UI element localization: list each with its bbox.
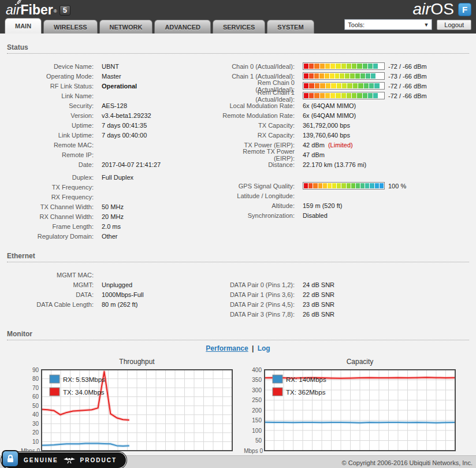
field-label: Local Modulation Rate: [221, 102, 295, 109]
bar-segment [352, 64, 356, 69]
product-text: PRODUCT [80, 457, 117, 463]
info-row: TX Frequency: [7, 182, 221, 192]
field-label: Synchronization: [221, 212, 295, 219]
main-content: Status Device Name:UBNTOperating Mode:Ma… [0, 34, 476, 468]
svg-text:250: 250 [252, 397, 262, 403]
bar-segment [323, 183, 327, 188]
bar-segment [325, 93, 330, 98]
bar-segment [363, 64, 367, 69]
field-value: 20 MHz [102, 213, 124, 220]
bar-segment [309, 83, 314, 88]
field-label: RF Link Status: [7, 83, 94, 90]
info-row: DATA Cable Length:80 m (262 ft) [7, 299, 221, 309]
bar-segment [368, 93, 373, 98]
bar-value-text: -72 / -66 dBm [388, 83, 427, 90]
field-label: Uptime: [7, 122, 94, 129]
tools-dropdown[interactable]: Tools: ▼ [344, 19, 432, 30]
field-label: DATA Cable Length: [7, 301, 94, 308]
bar-segment [360, 183, 365, 188]
tab-wireless[interactable]: WIRELESS [43, 20, 97, 34]
bar-segment [341, 64, 346, 69]
field-value: UBNT [102, 63, 119, 70]
bar-segment [345, 73, 349, 79]
info-row: TX Channel Width:50 MHz [7, 202, 221, 211]
info-row: DATA Pair 2 (Pins 4,5):23 dB SNR [221, 299, 469, 309]
svg-text:400: 400 [252, 367, 262, 373]
tab-services[interactable]: SERVICES [213, 20, 265, 34]
bar-value-text: 100 % [388, 183, 406, 190]
field-value: 100 % [303, 182, 406, 190]
signal-strength-bar [303, 62, 385, 70]
info-row: TX Capacity:361,792,000 bps [221, 120, 469, 130]
bar-segment [304, 64, 308, 69]
bar-segment [368, 64, 373, 69]
field-label: Remote TX Power (EIRP): [221, 148, 295, 162]
ubiquiti-antenna-icon [63, 457, 76, 464]
field-value: -72 / -66 dBm [303, 92, 427, 99]
svg-text:10: 10 [32, 439, 39, 445]
info-row: Link Name: [7, 91, 221, 101]
field-value: Full Duplex [102, 174, 133, 181]
bar-segment [314, 73, 319, 79]
field-value: Unplugged [102, 281, 132, 288]
signal-strength-bar [303, 82, 385, 90]
bar-segment [304, 73, 308, 79]
row-gap [221, 169, 469, 181]
bar-segment [350, 73, 355, 79]
capacity-chart-block: Capacity50100150200250300350400Mbps 0RX:… [244, 355, 459, 455]
field-value: 50 MHz [102, 203, 124, 210]
bar-segment [366, 73, 370, 79]
throughput-chart: 102030405060708090Mbps 0RX: 5.53MbpsTX: … [21, 367, 236, 455]
svg-text:Mbps 0: Mbps 0 [244, 448, 263, 454]
bar-segment [313, 183, 317, 188]
field-value: Operational [102, 83, 137, 90]
info-row: Date:2017-04-07 21:41:27 [7, 159, 221, 169]
field-label: Regulatory Domain: [7, 233, 94, 240]
field-value: 47 dBm [303, 151, 325, 158]
info-row: Duplex:Full Duplex [7, 172, 221, 182]
chart-title: Throughput [42, 355, 232, 367]
svg-text:200: 200 [252, 407, 262, 414]
field-value: Disabled [303, 212, 328, 219]
svg-text:RX: 140Mbps: RX: 140Mbps [286, 376, 326, 383]
info-row: DATA Pair 1 (Pins 3,6):22 dB SNR [221, 289, 469, 299]
field-label: Remote MAC: [7, 142, 94, 148]
field-value: v3.4-beta1.29232 [102, 112, 151, 119]
airos-logo: air OS F [412, 0, 471, 18]
bar-segment [304, 83, 308, 88]
info-row: MGMT MAC: [7, 270, 221, 280]
bar-segment [370, 183, 374, 188]
field-value: -72 / -66 dBm [303, 62, 427, 70]
tab-system[interactable]: SYSTEM [267, 20, 314, 34]
info-row: Local Modulation Rate:6x (64QAM MIMO) [221, 101, 469, 110]
chart-title: Capacity [265, 355, 455, 367]
info-row: Link Uptime:7 days 00:40:00 [7, 130, 221, 140]
tab-main[interactable]: MAIN [5, 18, 42, 34]
bar-segment [341, 183, 345, 188]
bar-segment [342, 83, 347, 88]
lock-icon [2, 450, 19, 467]
logout-button[interactable]: Logout [437, 20, 471, 30]
bar-segment [320, 93, 325, 98]
info-row: RF Link Status:Operational [7, 81, 221, 91]
charts-row: Throughput102030405060708090Mbps 0RX: 5.… [7, 354, 469, 455]
bar-segment [309, 93, 314, 98]
performance-link[interactable]: Performance [206, 344, 248, 352]
log-link[interactable]: Log [258, 344, 270, 352]
bar-value-text: -73 / -66 dBm [388, 73, 427, 80]
bar-segment [336, 64, 340, 69]
bar-segment [335, 73, 340, 79]
tab-network[interactable]: NETWORK [99, 20, 153, 34]
bar-segment [325, 64, 330, 69]
signal-arcs-icon [16, 0, 24, 5]
bar-segment [318, 183, 322, 188]
svg-text:150: 150 [252, 417, 262, 424]
bar-segment [325, 73, 329, 79]
bar-segment [365, 183, 369, 188]
ethernet-left-column: MGMT MAC:MGMT:UnpluggedDATA:1000Mbps-Ful… [7, 270, 221, 319]
bar-segment [358, 83, 363, 88]
svg-text:50: 50 [32, 403, 39, 409]
info-row: Uptime:7 days 00:41:35 [7, 120, 221, 130]
field-value: 22 dB SNR [303, 291, 334, 298]
tab-advanced[interactable]: ADVANCED [154, 20, 211, 34]
